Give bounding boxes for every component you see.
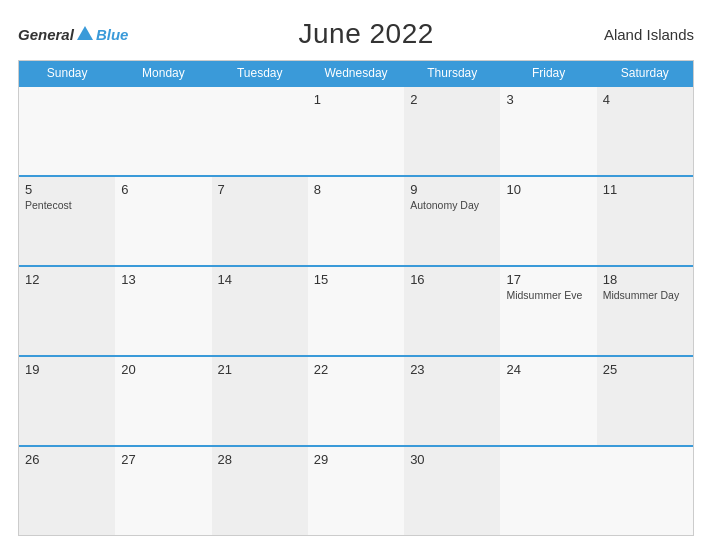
day-number: 17: [506, 272, 590, 287]
day-number: 10: [506, 182, 590, 197]
day-cell-26: 26: [19, 447, 115, 535]
day-cell-15: 15: [308, 267, 404, 355]
day-cell-12: 12: [19, 267, 115, 355]
day-cell-19: 19: [19, 357, 115, 445]
day-number: 23: [410, 362, 494, 377]
day-number: 4: [603, 92, 687, 107]
day-cell-30: 30: [404, 447, 500, 535]
day-number: 27: [121, 452, 205, 467]
day-cell-8: 8: [308, 177, 404, 265]
day-number: 22: [314, 362, 398, 377]
day-cell-14: 14: [212, 267, 308, 355]
day-cell-2: 2: [404, 87, 500, 175]
day-cell-29: 29: [308, 447, 404, 535]
week-row-5: 26 27 28 29 30: [19, 445, 693, 535]
day-cell-10: 10: [500, 177, 596, 265]
day-cell-5: 5 Pentecost: [19, 177, 115, 265]
day-cell-3: 3: [500, 87, 596, 175]
logo-triangle-icon: [77, 26, 93, 40]
day-cell-20: 20: [115, 357, 211, 445]
day-number: 13: [121, 272, 205, 287]
week-row-1: 1 2 3 4: [19, 85, 693, 175]
logo: General Blue: [18, 26, 128, 43]
day-cell-4: 4: [597, 87, 693, 175]
day-number: 29: [314, 452, 398, 467]
day-cell-22: 22: [308, 357, 404, 445]
day-number: 1: [314, 92, 398, 107]
day-cell-24: 24: [500, 357, 596, 445]
day-cell-25: 25: [597, 357, 693, 445]
day-number: 18: [603, 272, 687, 287]
day-cell-21: 21: [212, 357, 308, 445]
calendar: Sunday Monday Tuesday Wednesday Thursday…: [18, 60, 694, 536]
day-number: 21: [218, 362, 302, 377]
day-cell-18: 18 Midsummer Day: [597, 267, 693, 355]
calendar-page: General Blue June 2022 Aland Islands Sun…: [0, 0, 712, 550]
day-number: 26: [25, 452, 109, 467]
header: General Blue June 2022 Aland Islands: [18, 18, 694, 50]
event-midsummer-day: Midsummer Day: [603, 289, 687, 303]
header-saturday: Saturday: [597, 61, 693, 85]
day-cell-empty: [597, 447, 693, 535]
day-cell-11: 11: [597, 177, 693, 265]
day-cell-empty: [115, 87, 211, 175]
day-cell-empty: [19, 87, 115, 175]
header-thursday: Thursday: [404, 61, 500, 85]
day-number: 9: [410, 182, 494, 197]
day-cell-28: 28: [212, 447, 308, 535]
header-wednesday: Wednesday: [308, 61, 404, 85]
day-number: 24: [506, 362, 590, 377]
day-cell-empty: [500, 447, 596, 535]
day-number: 28: [218, 452, 302, 467]
header-friday: Friday: [500, 61, 596, 85]
day-cell-17: 17 Midsummer Eve: [500, 267, 596, 355]
event-midsummer-eve: Midsummer Eve: [506, 289, 590, 303]
day-cell-9: 9 Autonomy Day: [404, 177, 500, 265]
day-cell-27: 27: [115, 447, 211, 535]
day-cell-13: 13: [115, 267, 211, 355]
day-number: 30: [410, 452, 494, 467]
day-cell-1: 1: [308, 87, 404, 175]
logo-blue-text: Blue: [96, 26, 129, 43]
day-number: 6: [121, 182, 205, 197]
region-label: Aland Islands: [604, 26, 694, 43]
calendar-title: June 2022: [299, 18, 434, 50]
header-sunday: Sunday: [19, 61, 115, 85]
week-row-2: 5 Pentecost 6 7 8 9 Autonomy Day 10: [19, 175, 693, 265]
day-number: 5: [25, 182, 109, 197]
day-cell-16: 16: [404, 267, 500, 355]
day-number: 25: [603, 362, 687, 377]
day-number: 16: [410, 272, 494, 287]
day-cell-6: 6: [115, 177, 211, 265]
day-headers-row: Sunday Monday Tuesday Wednesday Thursday…: [19, 61, 693, 85]
day-number: 15: [314, 272, 398, 287]
day-cell-empty: [212, 87, 308, 175]
day-cell-23: 23: [404, 357, 500, 445]
day-number: 3: [506, 92, 590, 107]
day-number: 20: [121, 362, 205, 377]
week-row-4: 19 20 21 22 23 24 25: [19, 355, 693, 445]
day-number: 7: [218, 182, 302, 197]
week-row-3: 12 13 14 15 16 17 Midsummer Eve: [19, 265, 693, 355]
day-number: 19: [25, 362, 109, 377]
day-number: 11: [603, 182, 687, 197]
day-number: 8: [314, 182, 398, 197]
header-monday: Monday: [115, 61, 211, 85]
logo-general-text: General: [18, 26, 74, 43]
day-cell-7: 7: [212, 177, 308, 265]
day-number: 12: [25, 272, 109, 287]
header-tuesday: Tuesday: [212, 61, 308, 85]
event-pentecost: Pentecost: [25, 199, 109, 213]
event-autonomy-day: Autonomy Day: [410, 199, 494, 213]
day-number: 14: [218, 272, 302, 287]
day-number: 2: [410, 92, 494, 107]
weeks-container: 1 2 3 4 5 Pentecost 6: [19, 85, 693, 535]
